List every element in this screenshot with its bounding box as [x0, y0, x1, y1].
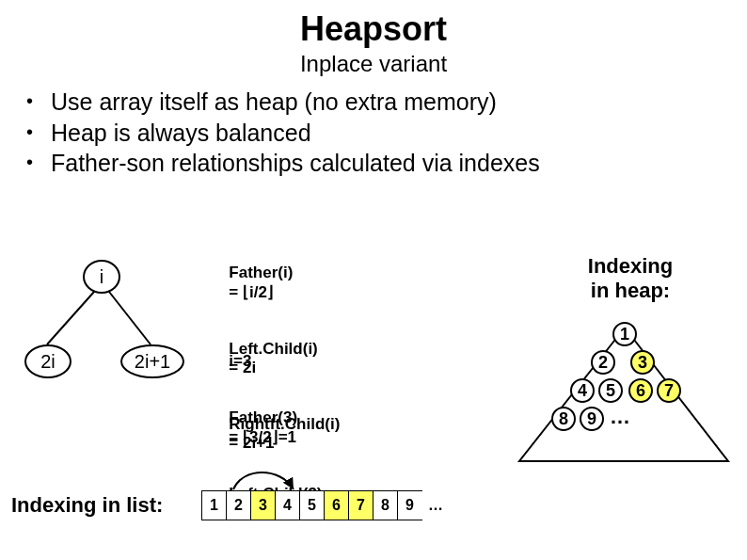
- example-father-label: Father(3): [229, 408, 393, 427]
- list-cell: 7: [348, 490, 374, 520]
- list-cell: 5: [299, 490, 325, 520]
- bullet-item: Heap is always balanced: [26, 118, 747, 149]
- bullet-item: Use array itself as heap (no extra memor…: [26, 87, 747, 118]
- index-tree: i 2i 2i+1: [19, 254, 188, 386]
- list-cell: 1: [201, 490, 227, 520]
- heap-figure: 1 2 3 4 5 6 7 8 9 …: [502, 320, 747, 471]
- heap-node: 8: [551, 407, 576, 431]
- formula-father-value: = ⌊i/2⌋: [229, 282, 274, 302]
- list-cell: 9: [397, 490, 422, 520]
- list-ellipsis: …: [421, 491, 450, 520]
- list-cell: 6: [324, 490, 349, 520]
- heap-node: 7: [657, 378, 681, 403]
- heap-node: 2: [591, 350, 615, 375]
- example-block: i=3 Father(3) = ⌊3/2⌋=1 Left.Child(3) = …: [202, 333, 393, 560]
- bullet-list: Use array itself as heap (no extra memor…: [26, 87, 747, 179]
- list-cell: 2: [226, 490, 251, 520]
- list-indexing-label: Indexing in list:: [11, 493, 163, 518]
- heap-node: 9: [580, 407, 604, 431]
- heap-node: 3: [630, 350, 655, 375]
- example-father-value: = ⌊3/2⌋=1: [229, 428, 296, 446]
- svg-line-1: [109, 292, 151, 344]
- list-cell: 8: [373, 490, 398, 520]
- bullet-item: Father-son relationships calculated via …: [26, 148, 747, 179]
- heap-indexing-label: Indexing in heap:: [555, 254, 706, 303]
- tree-node-right: 2i+1: [120, 344, 184, 378]
- example-head: i=3: [229, 352, 393, 371]
- svg-line-0: [47, 292, 94, 344]
- heap-node: 6: [628, 378, 653, 403]
- list-cell: 4: [275, 490, 300, 520]
- heap-node: 1: [612, 322, 637, 346]
- tree-node-left: 2i: [24, 344, 72, 378]
- slide-title: Heapsort: [0, 9, 747, 49]
- heap-ellipsis: …: [610, 405, 630, 429]
- list-row: 1 2 3 4 5 6 7 8 9 …: [202, 490, 450, 520]
- svg-marker-2: [519, 328, 728, 461]
- list-cell: 3: [250, 490, 276, 520]
- tree-node-i: i: [83, 260, 120, 294]
- slide-subtitle: Inplace variant: [0, 51, 747, 77]
- heap-node: 5: [598, 378, 623, 403]
- formula-father-label: Father(i): [229, 264, 389, 282]
- heap-node: 4: [570, 378, 595, 403]
